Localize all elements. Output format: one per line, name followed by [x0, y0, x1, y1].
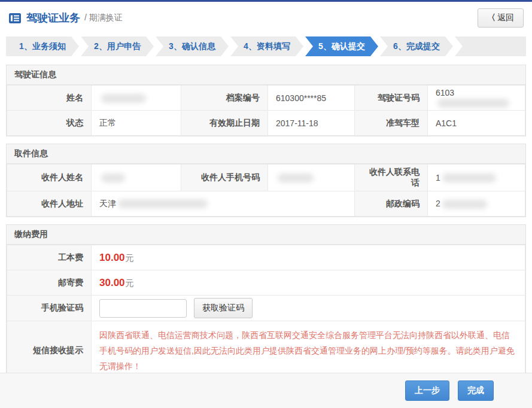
- archive-no-value: 610300****85: [268, 86, 355, 111]
- redacted-blur: [101, 94, 146, 103]
- sms-notice-cell: 因陕西省联通、电信运营商技术问题，陕西省互联网交通安全综合服务管理平台无法向持陕…: [92, 321, 525, 380]
- redacted-blur: [442, 200, 487, 209]
- work-fee-value: 10.00元: [92, 245, 525, 270]
- previous-step-button[interactable]: 上一步: [405, 380, 449, 401]
- sms-code-cell: 获取验证码: [92, 296, 525, 321]
- license-no-value: 6103: [428, 86, 525, 111]
- vehicle-class-label: 准驾车型: [355, 111, 428, 136]
- recipient-address-label: 收件人地址: [7, 191, 92, 217]
- page-title: 驾驶证业务: [26, 11, 80, 25]
- mail-fee-amount: 30.00: [99, 277, 125, 288]
- redacted-blur: [442, 173, 496, 182]
- redacted-blur: [278, 173, 314, 182]
- table-row: 短信接收提示 因陕西省联通、电信运营商技术问题，陕西省互联网交通安全综合服务管理…: [7, 321, 525, 380]
- redacted-blur: [101, 173, 125, 182]
- pickup-info-section: 取件信息 收件人姓名 收件人手机号码 收件人联系电话 1 收件人地址 天津 邮政…: [6, 144, 526, 217]
- status-value: 正常: [92, 111, 181, 136]
- table-row: 收件人姓名 收件人手机号码 收件人联系电话 1: [7, 165, 525, 191]
- page-subtitle: / 期满换证: [84, 13, 123, 23]
- recipient-phone-value: 1: [428, 165, 525, 191]
- sms-code-label: 手机验证码: [7, 296, 92, 321]
- pickup-info-table: 收件人姓名 收件人手机号码 收件人联系电话 1 收件人地址 天津 邮政编码 2: [7, 164, 525, 217]
- mail-fee-unit: 元: [126, 278, 134, 288]
- postcode-label: 邮政编码: [355, 191, 428, 217]
- license-info-table: 姓名 档案编号 610300****85 驾驶证号码 6103 状态 正常 有效…: [7, 85, 525, 136]
- work-fee-unit: 元: [126, 253, 134, 263]
- back-button[interactable]: 〈返回: [478, 8, 524, 28]
- step-5-confirm-submit[interactable]: 5、确认提交: [305, 36, 378, 56]
- get-sms-code-button[interactable]: 获取验证码: [194, 298, 253, 318]
- recipient-name-label: 收件人姓名: [7, 165, 92, 191]
- table-row: 状态 正常 有效期止日期 2017-11-18 准驾车型 A1C1: [7, 111, 525, 136]
- status-label: 状态: [7, 111, 92, 136]
- recipient-mobile-value: [268, 165, 355, 191]
- work-fee-amount: 10.00: [99, 252, 125, 263]
- step-1-business-notice[interactable]: 1、业务须知: [6, 36, 79, 56]
- fees-title: 缴纳费用: [7, 225, 525, 245]
- name-label: 姓名: [7, 86, 92, 111]
- table-row: 收件人地址 天津 邮政编码 2: [7, 191, 525, 217]
- page-header: 驾驶证业务 / 期满换证 〈返回: [0, 2, 532, 33]
- redacted-blur: [437, 99, 509, 108]
- license-no-label: 驾驶证号码: [355, 86, 428, 111]
- archive-no-label: 档案编号: [181, 86, 268, 111]
- step-2-user-declaration[interactable]: 2、用户申告: [81, 36, 154, 56]
- step-wizard: 1、业务须知 2、用户申告 3、确认信息 4、资料填写 5、确认提交 6、完成提…: [6, 36, 526, 56]
- step-3-confirm-info[interactable]: 3、确认信息: [156, 36, 229, 56]
- recipient-mobile-label: 收件人手机号码: [181, 165, 268, 191]
- sms-notice-text: 因陕西省联通、电信运营商技术问题，陕西省互联网交通安全综合服务管理平台无法向持陕…: [99, 327, 517, 374]
- postcode-value: 2: [428, 191, 525, 217]
- sms-code-input[interactable]: [99, 299, 187, 318]
- back-button-label: 返回: [497, 13, 514, 22]
- step-4-fill-data[interactable]: 4、资料填写: [230, 36, 303, 56]
- fees-section: 缴纳费用 工本费 10.00元 邮寄费 30.00元 手机验证码 获取验证码 短…: [6, 224, 526, 381]
- step-bar-filler: [455, 36, 526, 56]
- form-list-icon: [8, 13, 22, 24]
- recipient-name-value: [92, 165, 181, 191]
- vehicle-class-value: A1C1: [428, 111, 525, 136]
- name-value: [92, 86, 181, 111]
- footer-action-bar: 上一步 完成: [0, 373, 532, 408]
- expiry-date-label: 有效期止日期: [181, 111, 268, 136]
- finish-button[interactable]: 完成: [458, 380, 494, 401]
- table-row: 手机验证码 获取验证码: [7, 296, 525, 321]
- license-info-section: 驾驶证信息 姓名 档案编号 610300****85 驾驶证号码 6103 状态…: [6, 65, 526, 136]
- redacted-blur: [118, 199, 208, 208]
- sms-notice-label: 短信接收提示: [7, 321, 92, 380]
- pickup-info-title: 取件信息: [7, 144, 525, 164]
- table-row: 邮寄费 30.00元: [7, 270, 525, 296]
- mail-fee-label: 邮寄费: [7, 270, 92, 296]
- mail-fee-value: 30.00元: [92, 270, 525, 296]
- fees-table: 工本费 10.00元 邮寄费 30.00元 手机验证码 获取验证码 短信接收提示…: [7, 245, 525, 380]
- table-row: 工本费 10.00元: [7, 245, 525, 270]
- step-6-complete-submit[interactable]: 6、完成提交: [380, 36, 453, 56]
- chevron-left-icon: 〈: [487, 13, 495, 22]
- expiry-date-value: 2017-11-18: [268, 111, 355, 136]
- table-row: 姓名 档案编号 610300****85 驾驶证号码 6103: [7, 86, 525, 111]
- breadcrumb: 驾驶证业务 / 期满换证: [8, 11, 123, 25]
- recipient-address-value: 天津: [92, 191, 355, 217]
- work-fee-label: 工本费: [7, 245, 92, 270]
- recipient-phone-label: 收件人联系电话: [355, 165, 428, 191]
- license-info-title: 驾驶证信息: [7, 65, 525, 85]
